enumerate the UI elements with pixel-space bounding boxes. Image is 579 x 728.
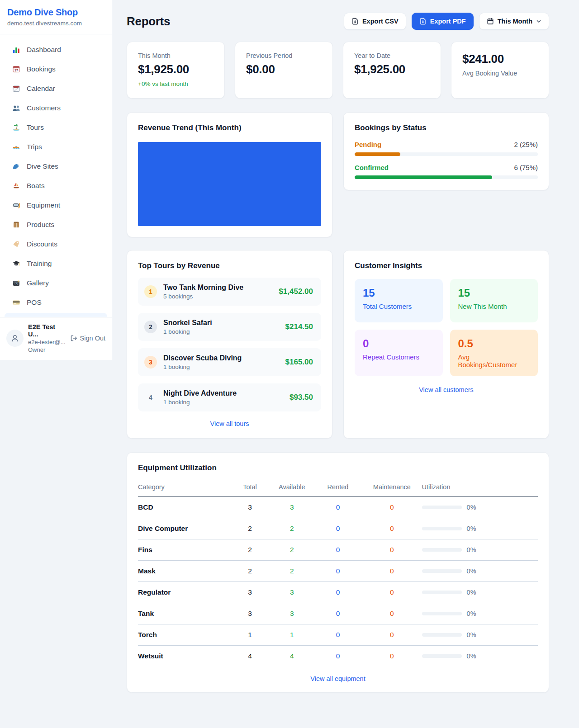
insights-row: Top Tours by Revenue 1 Two Tank Morning …: [127, 250, 549, 439]
cell-utilization: 0%: [422, 497, 538, 518]
sidebar-item-customers[interactable]: Customers: [0, 98, 112, 118]
export-csv-button[interactable]: Export CSV: [344, 13, 406, 30]
export-pdf-button[interactable]: Export PDF: [412, 13, 474, 30]
calendar-date-icon: 17: [12, 65, 21, 74]
table-row: Mask 2 2 0 0 0%: [138, 561, 538, 582]
tag-icon: [12, 240, 21, 249]
sidebar-item-pos[interactable]: POS: [0, 293, 112, 312]
cell-total: 2: [230, 518, 270, 539]
user-role: Owner: [28, 346, 66, 353]
sidebar-item-calendar[interactable]: Calendar: [0, 79, 112, 98]
sidebar-item-gallery[interactable]: Gallery: [0, 273, 112, 293]
bar-chart-icon: [12, 45, 21, 54]
sailboat-icon: [12, 181, 21, 190]
cell-total: 2: [230, 539, 270, 561]
progress-fill: [355, 175, 492, 179]
view-all-equipment-link[interactable]: View all equipment: [138, 675, 538, 682]
avatar: [6, 330, 24, 347]
stat-label: Year to Date: [354, 52, 430, 59]
stat-value: $1,925.00: [354, 62, 430, 76]
sidebar-item-label: Discounts: [27, 240, 57, 248]
sidebar-item-dashboard[interactable]: Dashboard: [0, 40, 112, 59]
rank-badge: 2: [144, 321, 157, 333]
sidebar-item-equipment[interactable]: Equipment: [0, 195, 112, 215]
cell-maintenance: 0: [362, 561, 422, 582]
cell-rented: 0: [314, 603, 362, 624]
stat-card-this-month: This Month $1,925.00 +0% vs last month: [127, 42, 225, 99]
people-icon: [12, 104, 21, 113]
sign-out-label: Sign Out: [80, 335, 105, 342]
sidebar-item-label: Gallery: [27, 279, 49, 287]
cell-total: 4: [230, 646, 270, 667]
sidebar-item-label: Training: [27, 260, 52, 268]
period-dropdown[interactable]: This Month: [479, 13, 549, 30]
sidebar-item-bookings[interactable]: 17 Bookings: [0, 59, 112, 79]
cell-available: 3: [270, 582, 314, 603]
page-title: Reports: [127, 14, 170, 28]
sidebar-item-label: Bookings: [27, 65, 56, 73]
insight-tile-total-customers: 15 Total Customers: [355, 279, 443, 322]
sidebar-item-label: Dive Sites: [27, 162, 58, 170]
file-download-icon: [419, 18, 427, 25]
sidebar-item-reports-partial[interactable]: [5, 313, 107, 317]
revenue-trend-title: Revenue Trend (This Month): [138, 123, 321, 132]
view-all-tours-link[interactable]: View all tours: [138, 420, 321, 427]
sidebar-item-boats[interactable]: Boats: [0, 176, 112, 195]
tour-revenue: $214.50: [285, 322, 313, 331]
sidebar-item-discounts[interactable]: Discounts: [0, 234, 112, 254]
sidebar-item-products[interactable]: Products: [0, 215, 112, 234]
sidebar-item-label: Tours: [27, 123, 44, 132]
col-utilization: Utilization: [422, 480, 538, 497]
cell-available: 4: [270, 646, 314, 667]
utilization-percent: 0%: [467, 589, 476, 596]
island-icon: [12, 123, 21, 132]
cell-rented: 0: [314, 539, 362, 561]
tour-row[interactable]: 4 Night Dive Adventure1 booking $93.50: [138, 383, 321, 411]
status-row-pending: Pending 2 (25%): [355, 141, 538, 156]
view-all-customers-link[interactable]: View all customers: [355, 386, 538, 393]
tour-row[interactable]: 3 Discover Scuba Diving1 booking $165.00: [138, 348, 321, 376]
stat-label: Avg Booking Value: [462, 70, 538, 77]
cell-rented: 0: [314, 561, 362, 582]
cell-available: 3: [270, 497, 314, 518]
sidebar-nav: Dashboard 17 Bookings Calendar Customers…: [0, 34, 112, 317]
sidebar-item-trips[interactable]: Trips: [0, 137, 112, 156]
shop-name[interactable]: Demo Dive Shop: [7, 7, 104, 18]
stats-row: This Month $1,925.00 +0% vs last month P…: [127, 42, 549, 99]
cell-category: Tank: [138, 603, 230, 624]
credit-card-icon: [12, 298, 21, 307]
tour-row[interactable]: 2 Snorkel Safari1 booking $214.50: [138, 313, 321, 341]
sidebar-item-dive-sites[interactable]: Dive Sites: [0, 156, 112, 176]
tour-bookings: 1 booking: [163, 328, 279, 335]
diving-mask-icon: [12, 201, 21, 210]
shop-header: Demo Dive Shop demo.test.divestreams.com: [0, 0, 112, 34]
charts-row: Revenue Trend (This Month) Bookings by S…: [127, 112, 549, 237]
utilization-track: [422, 506, 462, 509]
stat-card-avg-booking-value: $241.00 Avg Booking Value: [451, 42, 549, 99]
sidebar-item-training[interactable]: Training: [0, 254, 112, 273]
sign-out-button[interactable]: Sign Out: [70, 335, 105, 342]
tour-row[interactable]: 1 Two Tank Morning Dive5 bookings $1,452…: [138, 278, 321, 306]
rank-badge: 3: [144, 356, 157, 369]
export-pdf-label: Export PDF: [430, 18, 466, 25]
customer-insights-title: Customer Insights: [355, 261, 538, 270]
col-maintenance: Maintenance: [362, 480, 422, 497]
tour-revenue: $165.00: [285, 358, 313, 367]
table-row: Dive Computer 2 2 0 0 0%: [138, 518, 538, 539]
cell-maintenance: 0: [362, 646, 422, 667]
utilization-track: [422, 612, 462, 615]
cell-available: 1: [270, 624, 314, 646]
user-info: E2E Test U... e2e-tester@... Owner: [28, 323, 66, 353]
stat-card-year-to-date: Year to Date $1,925.00: [343, 42, 441, 99]
top-tours-title: Top Tours by Revenue: [138, 261, 321, 270]
header-actions: Export CSV Export PDF This Month: [344, 13, 549, 30]
tour-bookings: 1 booking: [163, 399, 283, 406]
bookings-by-status-title: Bookings by Status: [355, 123, 538, 132]
tour-revenue: $1,452.00: [279, 287, 313, 296]
progress-track: [355, 175, 538, 179]
sidebar-item-label: Dashboard: [27, 46, 61, 54]
speedboat-icon: [12, 142, 21, 151]
cell-maintenance: 0: [362, 497, 422, 518]
sidebar-item-tours[interactable]: Tours: [0, 118, 112, 137]
insight-tile-repeat-customers: 0 Repeat Customers: [355, 330, 443, 376]
